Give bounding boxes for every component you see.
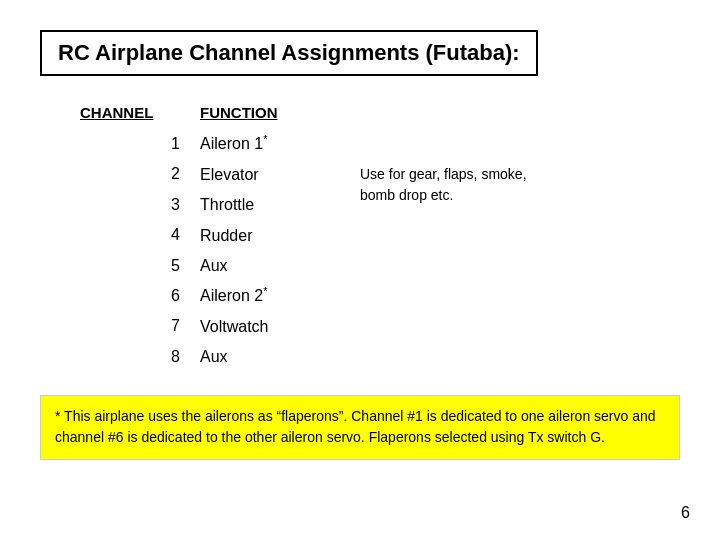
channel-number: 4	[171, 220, 180, 250]
channel-number: 1	[171, 129, 180, 159]
function-column: FUNCTION Aileron 1*ElevatorThrottleRudde…	[200, 104, 350, 373]
function-item: Elevator	[200, 160, 350, 190]
channel-table: CHANNEL 12345678 FUNCTION Aileron 1*Elev…	[80, 104, 680, 373]
side-note: Use for gear, flaps, smoke, bomb drop et…	[360, 164, 540, 373]
channel-number: 7	[171, 311, 180, 341]
channel-header: CHANNEL	[80, 104, 200, 121]
function-item: Aileron 2*	[200, 281, 350, 312]
channel-number: 8	[171, 342, 180, 372]
function-item: Voltwatch	[200, 312, 350, 342]
channel-number: 5	[171, 251, 180, 281]
channel-number: 2	[171, 159, 180, 189]
channel-column: CHANNEL 12345678	[80, 104, 200, 373]
slide: RC Airplane Channel Assignments (Futaba)…	[0, 0, 720, 540]
footnote: * This airplane uses the ailerons as “fl…	[40, 395, 680, 460]
function-item: Throttle	[200, 190, 350, 220]
function-item: Aux	[200, 342, 350, 372]
page-number: 6	[681, 504, 690, 522]
function-header: FUNCTION	[200, 104, 350, 121]
function-item: Aileron 1*	[200, 129, 350, 160]
channel-number: 3	[171, 190, 180, 220]
channel-number: 6	[171, 281, 180, 311]
function-item: Aux	[200, 251, 350, 281]
function-item: Rudder	[200, 221, 350, 251]
slide-title: RC Airplane Channel Assignments (Futaba)…	[40, 30, 538, 76]
channel-numbers: 12345678	[80, 129, 200, 372]
function-items: Aileron 1*ElevatorThrottleRudderAuxAiler…	[200, 129, 350, 373]
